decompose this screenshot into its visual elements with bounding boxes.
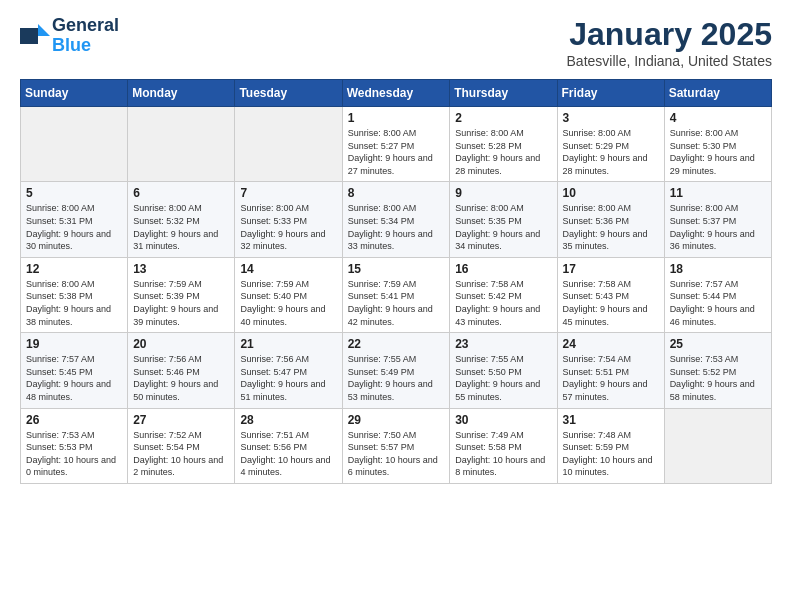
day-cell (21, 107, 128, 182)
day-number: 16 (455, 262, 551, 276)
month-title: January 2025 (567, 16, 772, 53)
day-cell: 29Sunrise: 7:50 AM Sunset: 5:57 PM Dayli… (342, 408, 450, 483)
day-number: 9 (455, 186, 551, 200)
day-number: 20 (133, 337, 229, 351)
day-info: Sunrise: 8:00 AM Sunset: 5:28 PM Dayligh… (455, 127, 551, 177)
day-number: 13 (133, 262, 229, 276)
day-cell: 5Sunrise: 8:00 AM Sunset: 5:31 PM Daylig… (21, 182, 128, 257)
day-number: 15 (348, 262, 445, 276)
day-number: 7 (240, 186, 336, 200)
day-cell: 26Sunrise: 7:53 AM Sunset: 5:53 PM Dayli… (21, 408, 128, 483)
day-cell: 21Sunrise: 7:56 AM Sunset: 5:47 PM Dayli… (235, 333, 342, 408)
week-row-1: 1Sunrise: 8:00 AM Sunset: 5:27 PM Daylig… (21, 107, 772, 182)
day-cell (664, 408, 771, 483)
day-info: Sunrise: 7:59 AM Sunset: 5:40 PM Dayligh… (240, 278, 336, 328)
day-info: Sunrise: 8:00 AM Sunset: 5:29 PM Dayligh… (563, 127, 659, 177)
day-number: 21 (240, 337, 336, 351)
day-number: 10 (563, 186, 659, 200)
day-info: Sunrise: 8:00 AM Sunset: 5:35 PM Dayligh… (455, 202, 551, 252)
week-row-4: 19Sunrise: 7:57 AM Sunset: 5:45 PM Dayli… (21, 333, 772, 408)
day-cell (235, 107, 342, 182)
day-cell: 6Sunrise: 8:00 AM Sunset: 5:32 PM Daylig… (128, 182, 235, 257)
day-number: 2 (455, 111, 551, 125)
day-number: 31 (563, 413, 659, 427)
day-number: 12 (26, 262, 122, 276)
weekday-thursday: Thursday (450, 80, 557, 107)
day-number: 24 (563, 337, 659, 351)
day-info: Sunrise: 7:57 AM Sunset: 5:44 PM Dayligh… (670, 278, 766, 328)
week-row-5: 26Sunrise: 7:53 AM Sunset: 5:53 PM Dayli… (21, 408, 772, 483)
day-cell: 25Sunrise: 7:53 AM Sunset: 5:52 PM Dayli… (664, 333, 771, 408)
day-info: Sunrise: 8:00 AM Sunset: 5:36 PM Dayligh… (563, 202, 659, 252)
day-info: Sunrise: 7:55 AM Sunset: 5:50 PM Dayligh… (455, 353, 551, 403)
day-info: Sunrise: 8:00 AM Sunset: 5:27 PM Dayligh… (348, 127, 445, 177)
subtitle: Batesville, Indiana, United States (567, 53, 772, 69)
title-block: January 2025 Batesville, Indiana, United… (567, 16, 772, 69)
day-cell: 8Sunrise: 8:00 AM Sunset: 5:34 PM Daylig… (342, 182, 450, 257)
day-number: 19 (26, 337, 122, 351)
svg-marker-1 (38, 24, 50, 36)
day-number: 4 (670, 111, 766, 125)
day-cell: 16Sunrise: 7:58 AM Sunset: 5:42 PM Dayli… (450, 257, 557, 332)
day-number: 11 (670, 186, 766, 200)
day-number: 5 (26, 186, 122, 200)
day-number: 8 (348, 186, 445, 200)
day-cell: 13Sunrise: 7:59 AM Sunset: 5:39 PM Dayli… (128, 257, 235, 332)
weekday-wednesday: Wednesday (342, 80, 450, 107)
day-cell: 2Sunrise: 8:00 AM Sunset: 5:28 PM Daylig… (450, 107, 557, 182)
day-cell: 15Sunrise: 7:59 AM Sunset: 5:41 PM Dayli… (342, 257, 450, 332)
svg-rect-0 (20, 28, 38, 44)
day-info: Sunrise: 7:58 AM Sunset: 5:42 PM Dayligh… (455, 278, 551, 328)
day-cell: 10Sunrise: 8:00 AM Sunset: 5:36 PM Dayli… (557, 182, 664, 257)
day-cell: 4Sunrise: 8:00 AM Sunset: 5:30 PM Daylig… (664, 107, 771, 182)
day-cell: 27Sunrise: 7:52 AM Sunset: 5:54 PM Dayli… (128, 408, 235, 483)
day-info: Sunrise: 7:57 AM Sunset: 5:45 PM Dayligh… (26, 353, 122, 403)
day-cell: 24Sunrise: 7:54 AM Sunset: 5:51 PM Dayli… (557, 333, 664, 408)
day-info: Sunrise: 7:49 AM Sunset: 5:58 PM Dayligh… (455, 429, 551, 479)
day-cell: 14Sunrise: 7:59 AM Sunset: 5:40 PM Dayli… (235, 257, 342, 332)
day-info: Sunrise: 7:58 AM Sunset: 5:43 PM Dayligh… (563, 278, 659, 328)
day-cell: 18Sunrise: 7:57 AM Sunset: 5:44 PM Dayli… (664, 257, 771, 332)
day-info: Sunrise: 7:59 AM Sunset: 5:39 PM Dayligh… (133, 278, 229, 328)
day-info: Sunrise: 8:00 AM Sunset: 5:37 PM Dayligh… (670, 202, 766, 252)
calendar: SundayMondayTuesdayWednesdayThursdayFrid… (20, 79, 772, 484)
day-cell (128, 107, 235, 182)
week-row-2: 5Sunrise: 8:00 AM Sunset: 5:31 PM Daylig… (21, 182, 772, 257)
day-info: Sunrise: 7:55 AM Sunset: 5:49 PM Dayligh… (348, 353, 445, 403)
day-number: 14 (240, 262, 336, 276)
day-number: 27 (133, 413, 229, 427)
weekday-monday: Monday (128, 80, 235, 107)
week-row-3: 12Sunrise: 8:00 AM Sunset: 5:38 PM Dayli… (21, 257, 772, 332)
day-info: Sunrise: 8:00 AM Sunset: 5:33 PM Dayligh… (240, 202, 336, 252)
day-info: Sunrise: 7:52 AM Sunset: 5:54 PM Dayligh… (133, 429, 229, 479)
weekday-friday: Friday (557, 80, 664, 107)
day-number: 17 (563, 262, 659, 276)
day-cell: 1Sunrise: 8:00 AM Sunset: 5:27 PM Daylig… (342, 107, 450, 182)
day-number: 26 (26, 413, 122, 427)
page-container: General Blue January 2025 Batesville, In… (0, 0, 792, 494)
day-info: Sunrise: 7:51 AM Sunset: 5:56 PM Dayligh… (240, 429, 336, 479)
day-number: 3 (563, 111, 659, 125)
day-cell: 9Sunrise: 8:00 AM Sunset: 5:35 PM Daylig… (450, 182, 557, 257)
day-cell: 3Sunrise: 8:00 AM Sunset: 5:29 PM Daylig… (557, 107, 664, 182)
day-cell: 28Sunrise: 7:51 AM Sunset: 5:56 PM Dayli… (235, 408, 342, 483)
day-cell: 17Sunrise: 7:58 AM Sunset: 5:43 PM Dayli… (557, 257, 664, 332)
day-info: Sunrise: 7:50 AM Sunset: 5:57 PM Dayligh… (348, 429, 445, 479)
day-cell: 19Sunrise: 7:57 AM Sunset: 5:45 PM Dayli… (21, 333, 128, 408)
day-info: Sunrise: 8:00 AM Sunset: 5:30 PM Dayligh… (670, 127, 766, 177)
day-number: 30 (455, 413, 551, 427)
day-cell: 30Sunrise: 7:49 AM Sunset: 5:58 PM Dayli… (450, 408, 557, 483)
day-info: Sunrise: 8:00 AM Sunset: 5:31 PM Dayligh… (26, 202, 122, 252)
day-number: 18 (670, 262, 766, 276)
weekday-tuesday: Tuesday (235, 80, 342, 107)
day-info: Sunrise: 7:59 AM Sunset: 5:41 PM Dayligh… (348, 278, 445, 328)
logo-text: General Blue (52, 16, 119, 56)
day-info: Sunrise: 7:53 AM Sunset: 5:53 PM Dayligh… (26, 429, 122, 479)
day-cell: 7Sunrise: 8:00 AM Sunset: 5:33 PM Daylig… (235, 182, 342, 257)
day-number: 22 (348, 337, 445, 351)
weekday-sunday: Sunday (21, 80, 128, 107)
logo-line2: Blue (52, 35, 91, 55)
day-number: 28 (240, 413, 336, 427)
day-number: 23 (455, 337, 551, 351)
logo-line1: General (52, 16, 119, 36)
